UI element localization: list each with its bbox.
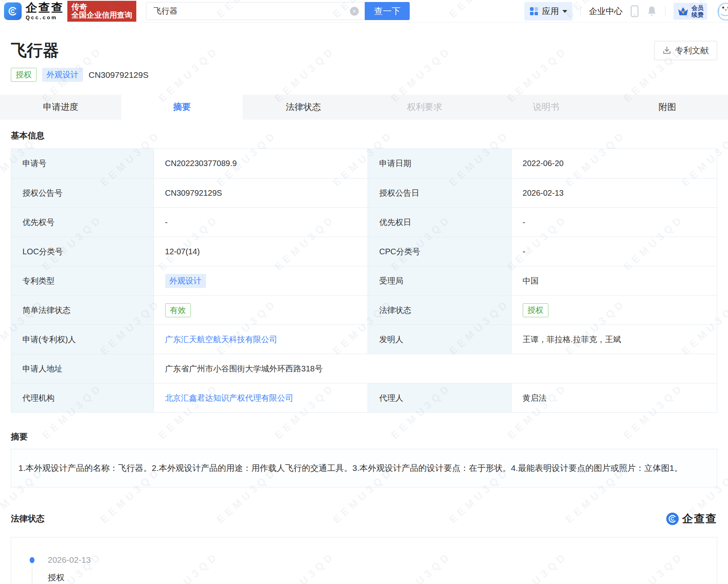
publication-number: CN309792129S	[89, 70, 148, 80]
member-line2: 续费	[692, 11, 704, 18]
apps-menu[interactable]: 应用	[524, 2, 572, 20]
grid-icon	[530, 7, 538, 16]
field-label: 申请号	[11, 149, 154, 178]
table-row: 申请(专利权)人广东汇天航空航天科技有限公司发明人王谭，菲拉格.拉菲克，王斌	[11, 324, 717, 354]
field-label: 代理机构	[11, 383, 154, 412]
field-value: 2026-02-13	[511, 178, 717, 207]
tab-说明书: 说明书	[485, 95, 607, 120]
field-value: 12-07(14)	[154, 237, 368, 266]
status-tag[interactable]: 外观设计	[165, 274, 206, 288]
field-link[interactable]: 北京汇鑫君达知识产权代理有限公司	[154, 383, 368, 412]
legal-status-timeline: 2026-02-13授权	[11, 537, 717, 584]
qcc-mark-icon	[666, 513, 679, 525]
table-row: 申请号CN202230377089.9申请日期2022-06-20	[11, 149, 717, 178]
field-label: 优先权日	[368, 208, 511, 237]
enterprise-center-link[interactable]: 企业中心	[589, 6, 623, 17]
apps-label: 应用	[542, 6, 559, 17]
timeline-rail	[32, 566, 32, 584]
brand-name: 企查查	[26, 2, 64, 14]
search-bar: × 查一下	[146, 2, 410, 20]
qcc-logo[interactable]: 企查查 Qcc.com	[4, 2, 64, 20]
field-value: 黄启法	[511, 383, 717, 412]
field-label: 申请(专利权)人	[11, 325, 154, 354]
promo-line2: 全国企业信用查询	[71, 11, 132, 20]
search-input[interactable]	[146, 2, 364, 20]
promo-banner: 传奇 全国企业信用查询	[67, 1, 136, 22]
tab-bar: 申请进度摘要法律状态权利要求说明书附图	[0, 95, 728, 120]
status-tag: 有效	[165, 303, 191, 317]
crown-icon	[677, 6, 689, 16]
timeline-dot-icon	[30, 557, 34, 563]
mobile-app-icon[interactable]	[631, 5, 639, 17]
status-tag: 授权	[523, 303, 548, 317]
clear-search-icon[interactable]: ×	[350, 7, 359, 16]
field-status-tag-cell: 外观设计	[154, 266, 368, 295]
member-renew-button[interactable]: 会员 续费	[673, 3, 707, 20]
field-value: CN202230377089.9	[154, 149, 368, 178]
field-label: LOC分类号	[11, 237, 154, 266]
brand-domain: Qcc.com	[26, 15, 64, 20]
promo-line1: 传奇	[71, 2, 132, 11]
field-label: 优先权号	[11, 208, 154, 237]
field-label: 申请日期	[368, 149, 511, 178]
top-nav: 应用 企业中心 会员 续费	[524, 0, 728, 22]
qcc-watermark-logo: 企查查	[666, 511, 717, 526]
field-label: 代理人	[368, 383, 511, 412]
field-value: CN309792129S	[154, 178, 368, 207]
grant-status-badge: 授权	[11, 68, 36, 82]
field-value: -	[154, 208, 368, 237]
timeline-event: 2026-02-13授权	[30, 555, 717, 583]
top-bar: 企查查 Qcc.com 传奇 全国企业信用查询 × 查一下 应用 企业中心	[0, 0, 728, 22]
patent-detail-page: 飞行器 专利文献 授权 外观设计 CN309792129S 申请进度摘要法律状态…	[0, 39, 728, 584]
field-label: 简单法律状态	[11, 296, 154, 324]
basic-info-table: 申请号CN202230377089.9申请日期2022-06-20授权公告号CN…	[11, 148, 717, 413]
search-button[interactable]: 查一下	[365, 2, 410, 20]
field-value: 王谭，菲拉格.拉菲克，王斌	[511, 325, 717, 354]
table-row: LOC分类号12-07(14)CPC分类号-	[11, 237, 717, 266]
table-row: 简单法律状态有效法律状态授权	[11, 295, 717, 324]
qcc-mark-label: 企查查	[682, 511, 717, 526]
field-value: -	[511, 208, 717, 237]
tab-法律状态[interactable]: 法律状态	[243, 95, 364, 120]
tab-申请进度[interactable]: 申请进度	[0, 95, 121, 120]
tab-摘要[interactable]: 摘要	[121, 95, 243, 120]
chevron-down-icon	[562, 10, 567, 13]
field-label: 法律状态	[368, 296, 511, 324]
divider	[580, 6, 581, 16]
divider	[665, 6, 665, 16]
timeline-date: 2026-02-13	[48, 555, 91, 565]
field-value: 广东省广州市小谷围街大学城外环西路318号	[154, 354, 717, 383]
field-value: 中国	[511, 266, 717, 295]
field-status-tag-cell: 有效	[154, 296, 368, 324]
field-label: 授权公告日	[368, 178, 511, 207]
field-label: 发明人	[368, 325, 511, 354]
member-line1: 会员	[692, 4, 704, 11]
field-label: 授权公告号	[11, 178, 154, 207]
table-row: 申请人地址广东省广州市小谷围街大学城外环西路318号	[11, 354, 717, 383]
field-value: -	[511, 237, 717, 266]
field-link[interactable]: 广东汇天航空航天科技有限公司	[154, 325, 368, 354]
table-row: 代理机构北京汇鑫君达知识产权代理有限公司代理人黄启法	[11, 383, 717, 412]
abstract-heading: 摘要	[11, 431, 717, 442]
tab-附图[interactable]: 附图	[607, 95, 728, 120]
tab-权利要求: 权利要求	[364, 95, 485, 120]
table-row: 优先权号-优先权日-	[11, 207, 717, 237]
field-label: 受理局	[368, 266, 511, 295]
field-status-tag-cell: 授权	[511, 296, 717, 324]
table-row: 授权公告号CN309792129S授权公告日2026-02-13	[11, 178, 717, 207]
download-icon	[663, 46, 671, 55]
patent-literature-button[interactable]: 专利文献	[654, 41, 717, 60]
patent-type-badge[interactable]: 外观设计	[42, 68, 83, 82]
page-title: 飞行器	[11, 39, 59, 61]
basic-info-heading: 基本信息	[11, 130, 717, 141]
notifications-bell-icon[interactable]	[647, 6, 657, 17]
qcc-logo-icon	[4, 2, 22, 20]
field-label: CPC分类号	[368, 237, 511, 266]
field-label: 申请人地址	[11, 354, 154, 383]
table-row: 专利类型外观设计受理局中国	[11, 266, 717, 295]
timeline-status: 授权	[48, 572, 91, 583]
patent-literature-label: 专利文献	[675, 45, 709, 56]
abstract-text: 1.本外观设计产品的名称：飞行器。2.本外观设计产品的用途：用作载人飞行的交通工…	[11, 449, 717, 487]
field-label: 专利类型	[11, 266, 154, 295]
mascot-penguin-icon	[715, 0, 728, 22]
